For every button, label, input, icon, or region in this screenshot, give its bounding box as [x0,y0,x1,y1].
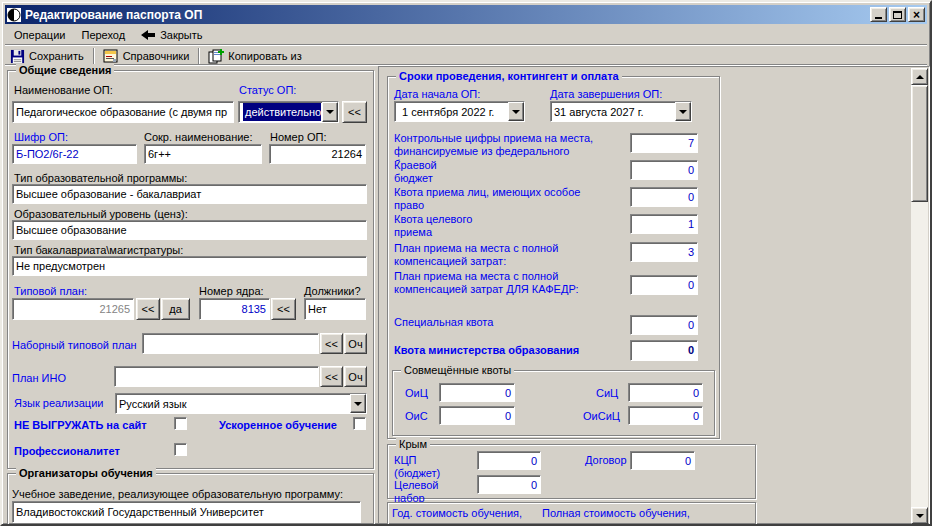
language-label: Язык реализации [14,397,103,410]
menu-close[interactable]: Закрыть [133,27,210,43]
dictionaries-button[interactable]: Справочники [98,48,196,65]
combined-quotas-title: Совмещённые квоты [401,364,514,377]
paid-plan-field[interactable]: 3 [630,242,698,262]
toolbar-separator [198,48,200,64]
kcp-field[interactable]: 0 [477,451,541,470]
professionalitet-checkbox[interactable] [174,443,187,456]
oisic-field[interactable]: 0 [628,406,703,425]
minimize-icon [875,17,882,19]
debtors-label: Должники? [304,285,361,298]
code-field[interactable]: Б-ПО2/6г-22 [12,144,137,164]
reference-card-icon [103,49,119,64]
nabor-plan-field[interactable] [142,333,319,354]
menu-operations[interactable]: Операции [6,27,73,43]
target-admission-quota-field[interactable]: 1 [630,214,698,234]
code-label: Шифр ОП: [14,131,68,144]
start-date-combobox[interactable]: 1 сентября 2022 г. [394,101,525,122]
vertical-scrollbar[interactable] [911,68,928,524]
status-combobox[interactable]: действительно [238,101,339,123]
core-number-field[interactable]: 8135 [199,298,270,320]
nabor-lookup-button[interactable]: << [320,333,343,354]
ministry-quota-field[interactable]: 0 [630,340,698,361]
language-dropdown-arrow-icon[interactable] [350,394,366,413]
close-icon: × [913,9,920,21]
end-date-dropdown-arrow-icon[interactable] [675,102,691,121]
edit-op-passport-dialog: Редактирование паспорта ОП × Операции Пе… [0,0,932,526]
full-cost-label: Полная стоимость обучения, [542,507,690,520]
edu-level-field[interactable]: Высшее образование [12,220,367,240]
typical-plan-field[interactable]: 21265 [12,298,134,320]
target-recruitment-field[interactable]: 0 [477,475,541,494]
federal-quota-label: Контрольные цифры приема на места, финан… [394,132,630,162]
organizers-group-title: Организаторы обучения [16,467,156,480]
start-date-label: Дата начала ОП: [394,88,480,101]
scroll-up-button[interactable] [911,68,928,85]
debtors-field[interactable]: Нет [304,298,366,320]
institution-field[interactable]: Владивостокский Государственный Универси… [12,501,361,523]
ois-label: ОиС [405,410,428,423]
federal-quota-field[interactable]: 7 [630,133,698,153]
name-field[interactable]: Педагогическое образование (с двумя пр [12,101,234,123]
general-group-title: Общие сведения [16,64,114,77]
copy-from-icon [208,49,224,64]
bachelor-type-field[interactable]: Не предусмотрен [12,256,367,276]
copy-from-button[interactable]: Копировать из [203,48,307,65]
typical-plan-yes-button[interactable]: да [161,298,190,320]
floppy-icon [10,49,25,64]
short-name-field[interactable]: 6г++ [144,144,262,164]
close-button[interactable]: × [908,7,925,22]
name-label: Наименование ОП: [14,84,113,97]
scroll-down-icon [916,514,924,518]
typical-plan-lookup-button[interactable]: << [136,298,160,320]
program-type-field[interactable]: Высшее образование - бакалавриат [12,184,367,204]
op-number-field[interactable]: 21264 [269,144,366,164]
no-upload-checkbox[interactable] [174,417,187,430]
ino-plan-label: План ИНО [12,372,66,385]
menubar: Операции Переход Закрыть [6,26,211,44]
status-lookup-button[interactable]: << [342,101,367,123]
regional-budget-field[interactable]: 0 [630,160,698,180]
terms-group-title: Сроки проведения, контингент и оплата [396,70,622,83]
toolbar-separator [93,48,95,64]
special-right-quota-label: Квота приема лиц, имеющих особое право [394,186,630,212]
end-date-combobox[interactable]: 31 августа 2027 г. [550,101,692,122]
left-arrow-icon [141,30,156,40]
ministry-quota-label: Квота министерства образования [394,344,579,357]
minimize-button[interactable] [870,7,887,22]
language-value: Русский язык [119,394,350,413]
status-dropdown-arrow-icon[interactable] [322,102,338,122]
special-right-quota-field[interactable]: 0 [630,187,698,207]
ino-clear-button[interactable]: Оч [344,366,367,387]
scrollbar-thumb[interactable] [911,85,928,202]
special-quota-label: Специальная квота [394,316,630,329]
short-name-label: Сокр. наименование: [144,131,253,144]
language-combobox[interactable]: Русский язык [115,393,367,414]
ois-field[interactable]: 0 [439,406,515,425]
nabor-clear-button[interactable]: Оч [344,333,367,354]
start-date-dropdown-arrow-icon[interactable] [508,102,524,121]
sic-field[interactable]: 0 [628,383,703,402]
core-lookup-button[interactable]: << [271,298,296,320]
nabor-plan-label: Наборный типовой план [12,339,137,352]
accelerated-checkbox[interactable] [353,417,366,430]
ino-lookup-button[interactable]: << [320,366,343,387]
oisic-label: ОиСиЦ [583,410,620,423]
contract-field[interactable]: 0 [630,451,695,470]
scroll-down-button[interactable] [911,507,928,524]
paid-plan-depts-field[interactable]: 0 [630,275,698,295]
professionalitet-label: Профессионалитет [14,445,120,458]
ino-plan-field[interactable] [114,366,319,387]
end-date-label: Дата завершения ОП: [550,88,662,101]
maximize-button[interactable] [889,7,906,22]
crimea-group-title: Крым [396,438,430,451]
window-title: Редактирование паспорта ОП [25,8,868,22]
toolbar: Сохранить Справочники [5,46,308,66]
oic-field[interactable]: 0 [439,383,515,402]
titlebar: Редактирование паспорта ОП × [5,5,927,24]
menu-transition[interactable]: Переход [73,27,133,43]
contract-label: Договор [585,454,627,467]
save-button[interactable]: Сохранить [5,48,90,65]
special-quota-field[interactable]: 0 [630,315,698,335]
status-selected-value: действительно [243,103,321,121]
target-admission-quota-label: Квота целевого приема [394,213,594,239]
